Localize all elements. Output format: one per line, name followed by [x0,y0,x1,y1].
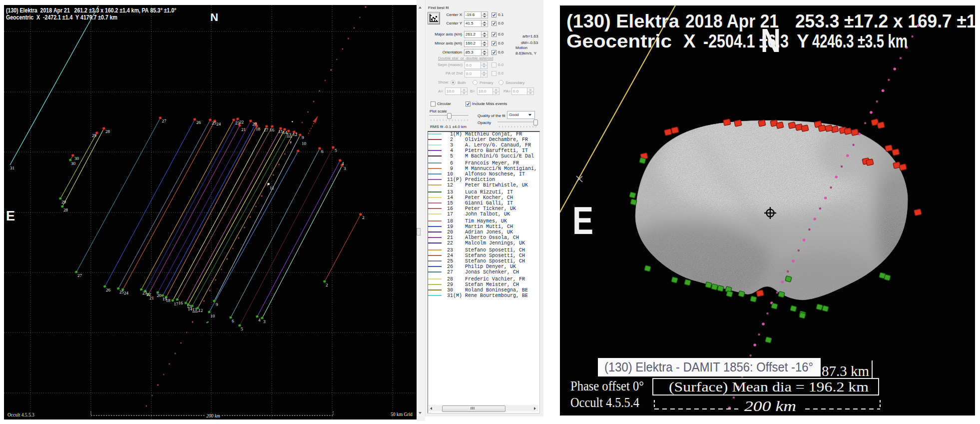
svg-text:17: 17 [264,128,269,132]
svg-text:18: 18 [256,126,261,132]
svg-text:27: 27 [162,118,167,124]
svg-text:4: 4 [342,161,344,166]
svg-text:(130) Elektra - DAMIT 1856: Of: (130) Elektra - DAMIT 1856: Offset -16° [604,360,813,374]
svg-text:12: 12 [293,132,297,137]
svg-text:Occult 4.5.5.4: Occult 4.5.5.4 [570,395,639,410]
svg-text:3: 3 [344,166,346,171]
svg-text:6: 6 [232,318,234,324]
svg-text:2: 2 [326,282,328,288]
svg-text:13: 13 [192,307,197,312]
svg-text:28: 28 [105,129,110,134]
svg-text:4: 4 [258,318,261,322]
svg-text:(Surface) Mean dia = 196.2 km: (Surface) Mean dia = 196.2 km [669,379,869,394]
svg-text:Geocentric: Geocentric [566,31,672,52]
svg-text:2: 2 [362,215,365,220]
svg-text:(130) Elektra: (130) Elektra [566,11,679,32]
svg-text:9: 9 [302,135,304,140]
svg-text:30: 30 [71,161,76,166]
svg-text:12: 12 [198,308,203,313]
svg-text:E: E [572,198,593,242]
svg-text:9: 9 [216,302,218,307]
svg-text:Phase offset 0°: Phase offset 0° [570,378,644,394]
svg-text:13: 13 [287,132,292,137]
svg-text:16: 16 [178,300,183,306]
svg-text:16: 16 [270,128,275,132]
svg-text:X: X [683,31,696,52]
svg-text:31: 31 [10,166,14,170]
svg-text:10: 10 [302,141,307,146]
svg-text:253.3 ±17.2 x 169.7 ±17: 253.3 ±17.2 x 169.7 ±17 [795,11,975,32]
svg-text:22: 22 [239,120,244,124]
svg-text:24: 24 [124,290,129,296]
svg-text:20: 20 [252,122,257,126]
svg-text:Occult 4.5.5.3: Occult 4.5.5.3 [7,412,34,418]
svg-text:29: 29 [61,200,66,204]
svg-text:26: 26 [196,120,201,125]
svg-text:200 km: 200 km [744,398,796,414]
svg-text:E: E [6,208,15,224]
svg-text:5: 5 [335,148,337,153]
svg-text:29: 29 [92,133,97,138]
svg-text:10: 10 [210,314,215,318]
svg-text:200 km: 200 km [206,414,220,418]
svg-text:20: 20 [157,293,162,298]
svg-text:5: 5 [241,326,243,332]
svg-text:3: 3 [263,319,266,324]
svg-text:27: 27 [77,273,82,278]
svg-text:18: 18 [166,298,171,303]
svg-text:30: 30 [74,156,79,161]
svg-text:21: 21 [149,296,154,300]
svg-text:N: N [761,22,781,59]
svg-text:6: 6 [321,149,324,154]
svg-text:28: 28 [63,208,68,212]
svg-text:Y: Y [797,31,809,52]
svg-text:50 km Grid: 50 km Grid [391,412,413,417]
svg-text:26: 26 [106,288,111,292]
svg-text:21: 21 [241,127,246,132]
svg-text:24: 24 [216,122,221,126]
svg-text:4246.3 ±3.5 km: 4246.3 ±3.5 km [812,31,908,52]
svg-text:87.3 km: 87.3 km [822,363,870,379]
svg-text:11: 11 [270,186,274,190]
